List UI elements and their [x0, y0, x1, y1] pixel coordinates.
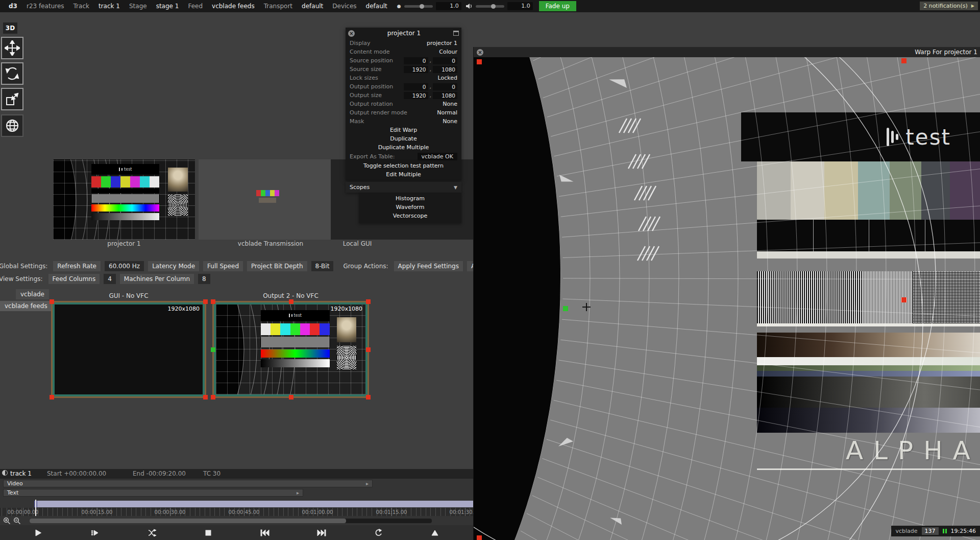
- feed-columns-value[interactable]: 4: [104, 274, 116, 284]
- expand-notifications-icon[interactable]: ▶: [971, 4, 974, 8]
- warp-corner-handle[interactable]: [477, 535, 482, 540]
- zoom-in-button[interactable]: [3, 517, 11, 524]
- play-button[interactable]: [30, 527, 47, 538]
- vcblade-transmission-thumbnail[interactable]: [199, 159, 342, 240]
- crossfade-button[interactable]: [143, 527, 160, 538]
- output2-feed-surface[interactable]: test 1920x1080: [214, 302, 368, 396]
- expand-layer-icon[interactable]: ▸: [297, 490, 299, 496]
- up-button[interactable]: [426, 527, 444, 538]
- transport-selector[interactable]: default: [297, 3, 328, 10]
- section-strip[interactable]: [34, 501, 473, 507]
- previous-section-button[interactable]: [256, 527, 274, 538]
- output-size-w[interactable]: 1920: [404, 92, 428, 99]
- timeline-scrollbar[interactable]: [30, 519, 432, 523]
- corner-handle[interactable]: [50, 299, 54, 304]
- warp-canvas[interactable]: test: [474, 57, 980, 540]
- corner-handle[interactable]: [203, 395, 208, 400]
- machines-per-column-button[interactable]: Machines Per Column: [120, 274, 194, 284]
- brightness-value[interactable]: 1.0: [436, 2, 461, 10]
- refresh-rate-button[interactable]: Refresh Rate: [53, 261, 101, 271]
- features-menu[interactable]: r23 features: [22, 3, 69, 10]
- play-from-cue-button[interactable]: [86, 527, 104, 538]
- output-position-y[interactable]: 0: [433, 83, 457, 90]
- track-selector[interactable]: track 1: [94, 3, 125, 10]
- tab-vcblade-feeds[interactable]: vcblade feeds: [0, 301, 52, 311]
- gui-feed-surface[interactable]: 1920x1080: [53, 302, 205, 396]
- scale-tool-button[interactable]: [1, 88, 23, 110]
- latency-mode-value[interactable]: Full Speed: [203, 261, 243, 271]
- stage-menu-label[interactable]: Stage: [125, 3, 152, 10]
- brightness-slider-thumb[interactable]: [420, 4, 424, 9]
- transport-menu-label[interactable]: Transport: [259, 3, 297, 10]
- move-tool-button[interactable]: [1, 37, 23, 59]
- pin-window-icon[interactable]: [453, 31, 459, 36]
- edit-warp-action[interactable]: Edit Warp: [346, 126, 461, 134]
- warp-corner-handle[interactable]: [901, 58, 906, 63]
- source-size-h[interactable]: 1080: [433, 66, 457, 73]
- layer-text[interactable]: Text ▸: [3, 489, 303, 497]
- corner-handle[interactable]: [203, 299, 208, 304]
- layer-video[interactable]: Video ▸: [3, 480, 373, 487]
- brightness-slider[interactable]: [404, 5, 433, 8]
- corner-handle[interactable]: [366, 395, 371, 400]
- export-vcblade-button[interactable]: vcblade OK: [418, 153, 457, 160]
- view-mode-3d-badge[interactable]: 3D: [3, 22, 17, 34]
- waveform-action[interactable]: Waveform: [359, 203, 461, 212]
- feed-menu-label[interactable]: Feed: [183, 3, 207, 10]
- zoom-out-button[interactable]: [13, 517, 21, 524]
- edge-handle[interactable]: [366, 347, 371, 352]
- warp-edge-handle[interactable]: [901, 297, 906, 302]
- histogram-action[interactable]: Histogram: [359, 194, 461, 203]
- latency-mode-button[interactable]: Latency Mode: [148, 261, 199, 271]
- source-position-y[interactable]: 0: [433, 57, 457, 64]
- projector1-thumbnail[interactable]: test: [53, 159, 195, 240]
- content-mode-value[interactable]: Colour: [439, 49, 457, 55]
- volume-slider-thumb[interactable]: [491, 4, 496, 9]
- warp-selected-handle[interactable]: [563, 306, 568, 311]
- stage-selector[interactable]: stage 1: [152, 3, 184, 10]
- duplicate-multiple-action[interactable]: Duplicate Multiple: [346, 143, 461, 152]
- feed-columns-button[interactable]: Feed Columns: [48, 274, 100, 284]
- corner-handle[interactable]: [211, 395, 215, 400]
- playhead[interactable]: [35, 500, 36, 516]
- edge-handle[interactable]: [289, 395, 293, 400]
- bit-depth-value[interactable]: 8-Bit: [311, 261, 334, 271]
- source-size-w[interactable]: 1920: [404, 66, 428, 73]
- machines-per-column-value[interactable]: 8: [198, 274, 210, 284]
- navigate-tool-button[interactable]: [1, 114, 23, 137]
- expand-layer-icon[interactable]: ▸: [366, 481, 369, 486]
- output-position-x[interactable]: 0: [404, 83, 428, 90]
- track-name[interactable]: track 1: [10, 470, 32, 477]
- tab-vcblade[interactable]: vcblade: [16, 289, 49, 299]
- edit-multiple-action[interactable]: Edit Multiple: [346, 170, 461, 179]
- warp-corner-handle[interactable]: [477, 59, 482, 64]
- corner-handle[interactable]: [50, 395, 54, 400]
- scopes-section-header[interactable]: Scopes ▼: [346, 182, 461, 193]
- output-size-h[interactable]: 1080: [433, 92, 457, 99]
- close-icon[interactable]: ×: [348, 30, 355, 37]
- refresh-rate-value[interactable]: 60.000 Hz: [105, 261, 144, 271]
- source-position-x[interactable]: 0: [404, 57, 428, 64]
- duplicate-action[interactable]: Duplicate: [346, 134, 461, 143]
- devices-menu-label[interactable]: Devices: [328, 3, 361, 10]
- corner-handle[interactable]: [366, 299, 371, 304]
- track-menu-label[interactable]: Track: [69, 3, 94, 10]
- output-render-mode-value[interactable]: Normal: [437, 109, 457, 116]
- volume-value[interactable]: 1.0: [507, 2, 533, 10]
- stop-button[interactable]: [200, 527, 217, 538]
- next-section-button[interactable]: [313, 527, 330, 538]
- fade-up-button[interactable]: Fade up: [539, 1, 576, 11]
- display-value[interactable]: projector 1: [427, 40, 457, 46]
- selected-edge-handle[interactable]: [211, 347, 215, 352]
- volume-slider[interactable]: [476, 5, 504, 8]
- corner-handle[interactable]: [211, 299, 215, 304]
- return-to-start-button[interactable]: [370, 527, 387, 538]
- app-menu[interactable]: d3: [4, 3, 22, 10]
- rotate-tool-button[interactable]: [1, 62, 23, 85]
- close-icon[interactable]: ×: [477, 49, 483, 56]
- scrollbar-thumb[interactable]: [30, 519, 346, 523]
- devices-selector[interactable]: default: [361, 3, 392, 10]
- mask-value[interactable]: None: [443, 118, 457, 125]
- output-rotation-value[interactable]: None: [443, 101, 457, 107]
- vectorscope-action[interactable]: Vectorscope: [359, 212, 461, 220]
